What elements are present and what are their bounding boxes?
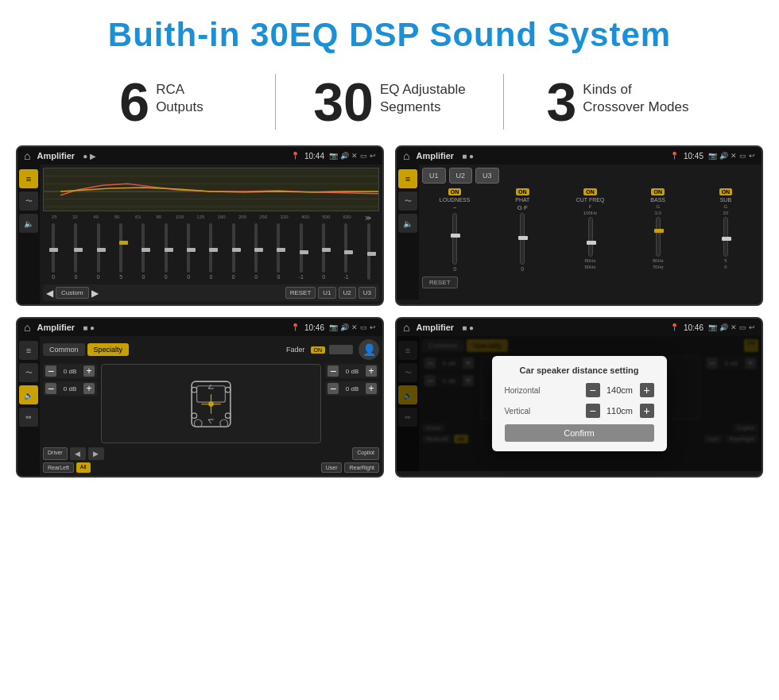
db-plus-3[interactable]: +	[366, 383, 377, 394]
fader-slider-h[interactable]	[329, 345, 353, 354]
db-minus-2[interactable]: −	[327, 365, 339, 377]
fader-nav-eq[interactable]: ≡	[19, 341, 38, 360]
reset-btn-1[interactable]: RESET	[285, 287, 316, 299]
dialog-vertical-minus[interactable]: −	[586, 404, 600, 418]
db-minus-1[interactable]: −	[45, 383, 56, 394]
ch-thumb-loudness[interactable]	[451, 234, 460, 238]
time-2: 10:45	[684, 152, 703, 160]
db-minus-3[interactable]: −	[327, 383, 339, 394]
slider-thumb-6[interactable]	[187, 248, 196, 252]
ch-track-bass	[656, 217, 661, 257]
slider-thumb-1[interactable]	[74, 248, 83, 252]
slider-thumb-11[interactable]	[300, 250, 308, 254]
speaker-icon-2: 🔈	[403, 219, 413, 228]
preset-u2[interactable]: U2	[449, 168, 473, 184]
tab-common[interactable]: Common	[43, 343, 85, 356]
db-val-2: 0 dB	[341, 368, 363, 375]
preset-u1[interactable]: U1	[422, 168, 446, 184]
tab-specialty[interactable]: Specialty	[87, 343, 130, 356]
volume-icon-1: 🔊	[340, 152, 349, 160]
eq-slider-2: 0	[88, 223, 109, 280]
slider-thumb-8[interactable]	[232, 248, 241, 252]
slider-thumb-10[interactable]	[277, 248, 285, 252]
dialog-overlay: Car speaker distance setting Horizontal …	[397, 336, 762, 471]
slider-thumb-7[interactable]	[209, 248, 218, 252]
u2-btn-1[interactable]: U2	[339, 287, 356, 299]
btn-all[interactable]: All	[76, 462, 91, 473]
prev-icon[interactable]: ◀	[46, 288, 53, 299]
stat-text-rca: RCA Outputs	[156, 75, 203, 116]
volume-icon-2: 🔊	[719, 152, 728, 160]
fader-nav-wave[interactable]: 〜	[19, 363, 38, 382]
slider-thumb-13[interactable]	[344, 250, 353, 254]
eq-main: 25 32 40 50 63 80 100 125 160 200 250 32…	[40, 164, 382, 304]
u3-btn-1[interactable]: U3	[358, 287, 376, 299]
slider-thumb-0[interactable]	[49, 248, 58, 252]
db-val-3: 0 dB	[341, 385, 363, 393]
arrow-left-btn[interactable]: ◀	[70, 447, 86, 460]
dialog-horizontal-minus[interactable]: −	[586, 383, 600, 397]
fader-nav-spk[interactable]: 🔈	[19, 385, 38, 404]
screen-eq: ⌂ Amplifier ● ▶ 📍 10:44 📷 🔊 ✕ ▭ ↩ ≡ 〜	[16, 145, 384, 306]
ch-track-sub	[723, 217, 728, 257]
dialog-horizontal-value: 140cm	[604, 385, 636, 395]
fader-nav-arrows[interactable]: ⇔	[19, 408, 38, 427]
u1-btn-1[interactable]: U1	[318, 287, 335, 299]
slider-thumb-12[interactable]	[322, 248, 331, 252]
preset-u3[interactable]: U3	[475, 168, 499, 184]
on-badge-bass: ON	[651, 188, 665, 195]
eq-nav-wave[interactable]: 〜	[19, 191, 38, 211]
wave-icon: 〜	[25, 196, 33, 207]
time-1: 10:44	[304, 152, 324, 160]
amp-nav-wave[interactable]: 〜	[398, 191, 417, 211]
btn-rearright[interactable]: RearRight	[344, 462, 379, 473]
btn-driver[interactable]: Driver	[43, 447, 68, 460]
stat-rca: 6 RCA Outputs	[48, 75, 275, 129]
slider-thumb-2[interactable]	[97, 248, 106, 252]
eq-nav-speaker[interactable]: 🔈	[19, 214, 38, 233]
dialog-vertical-plus[interactable]: +	[640, 404, 654, 418]
dialog-horizontal-plus[interactable]: +	[640, 383, 654, 397]
slider-thumb-5[interactable]	[165, 248, 173, 252]
eq-svg	[44, 168, 378, 211]
ch-thumb-cutfreq[interactable]	[587, 241, 596, 245]
btn-copilot[interactable]: Copilot	[352, 447, 379, 460]
eq-slider-5: 0	[156, 223, 176, 280]
amp-nav-eq[interactable]: ≡	[398, 169, 417, 188]
db-plus-1[interactable]: +	[83, 383, 95, 394]
eq-nav-eq[interactable]: ≡	[19, 169, 38, 188]
db-control-0: − 0 dB +	[43, 364, 97, 378]
eq-slider-8: 0	[223, 223, 244, 280]
back-icon-1: ↩	[370, 152, 376, 160]
fader-bottom-row2: RearLeft All User RearRight	[43, 462, 379, 473]
location-icon-4: 📍	[670, 323, 679, 331]
amp-channels: ON LOUDNESS ~ 0 ON PHAT G F	[422, 188, 758, 272]
ch-60hz: 60Hz	[585, 265, 596, 269]
btn-rearleft[interactable]: RearLeft	[43, 462, 74, 473]
amp-nav-spk[interactable]: 🔈	[398, 214, 417, 233]
db-control-1: − 0 dB +	[43, 381, 97, 396]
slider-thumb-3[interactable]	[119, 241, 128, 245]
reset-btn-2[interactable]: RESET	[422, 277, 458, 288]
stat-eq: 30 EQ Adjustable Segments	[276, 75, 503, 129]
slider-thumb-9[interactable]	[254, 248, 263, 252]
arrow-right-btn[interactable]: ▶	[88, 447, 104, 460]
fader-on: ON	[311, 346, 326, 354]
ch-label-sub: SUB	[720, 197, 731, 203]
slider-thumb-4[interactable]	[141, 248, 150, 252]
slider-thumb-14[interactable]	[367, 252, 376, 256]
db-plus-0[interactable]: +	[83, 365, 95, 377]
ch-thumb-phat[interactable]	[518, 236, 528, 240]
next-icon[interactable]: ▶	[91, 288, 99, 299]
ch-5-sub: 5	[724, 258, 727, 263]
db-minus-0[interactable]: −	[45, 365, 56, 377]
status-bar-1: ⌂ Amplifier ● ▶ 📍 10:44 📷 🔊 ✕ ▭ ↩	[17, 147, 382, 164]
eq-sliders: 0 0 0	[43, 222, 379, 281]
btn-user[interactable]: User	[321, 462, 343, 473]
ch-thumb-sub[interactable]	[722, 237, 731, 241]
camera-icon-4: 📷	[708, 323, 717, 331]
fader-left-db: − 0 dB + − 0 dB +	[43, 364, 97, 443]
ch-thumb-bass[interactable]	[654, 229, 664, 233]
confirm-button[interactable]: Confirm	[505, 424, 654, 442]
db-plus-2[interactable]: +	[366, 365, 377, 377]
